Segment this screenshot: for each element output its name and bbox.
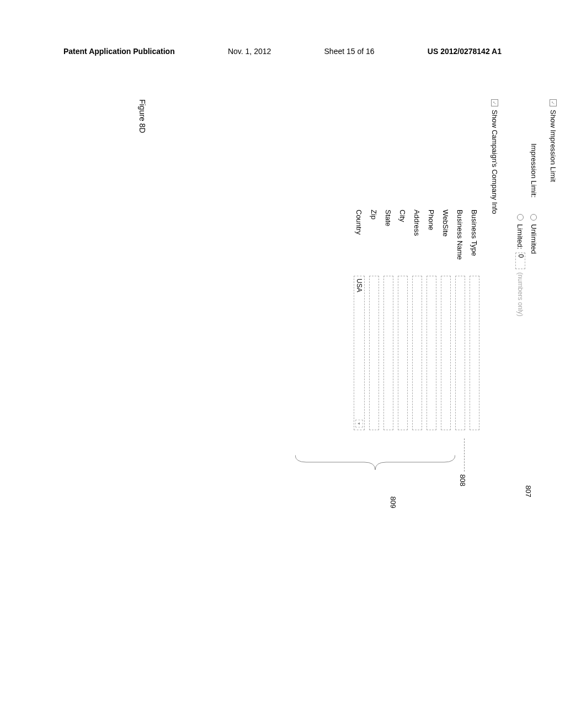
business-type-input[interactable] <box>470 276 479 430</box>
country-selected-value: USA <box>355 279 363 292</box>
figure-content: ✓ Show Impression Limit Impression Limit… <box>6 165 557 585</box>
phone-label: Phone <box>428 210 436 276</box>
show-impression-limit-checkbox[interactable]: ✓ Show Impression Limit <box>549 99 557 651</box>
checkbox-checked-icon: ✓ <box>550 99 557 106</box>
state-label: State <box>385 210 393 276</box>
show-impression-limit-label: Show Impression Limit <box>549 110 557 182</box>
leader-line-808 <box>463 438 465 472</box>
impression-limit-section: Impression Limit: Unlimited Limited: 0 (… <box>515 143 538 651</box>
field-zip: Zip <box>369 210 379 651</box>
field-phone: Phone <box>427 210 436 651</box>
phone-input[interactable] <box>427 276 436 430</box>
impression-limit-label: Impression Limit: <box>530 143 538 197</box>
impression-limit-radio-group: Unlimited Limited: 0 (numbers only) <box>515 214 538 317</box>
field-state: State <box>383 210 393 651</box>
sheet-number: Sheet 15 of 16 <box>324 47 375 56</box>
callout-809: 809 <box>389 496 397 508</box>
publication-type: Patent Application Publication <box>63 47 175 56</box>
country-label: Country <box>355 210 364 276</box>
field-city: City <box>398 210 408 651</box>
field-website: WebSite <box>441 210 451 651</box>
callout-808: 808 <box>459 474 467 486</box>
company-fields-group: Business Type Business Name WebSite Phon… <box>354 210 479 651</box>
field-address: Address <box>412 210 422 651</box>
page-header: Patent Application Publication Nov. 1, 2… <box>0 47 565 56</box>
field-business-type: Business Type <box>470 210 479 651</box>
brace-809 <box>295 452 455 474</box>
business-name-label: Business Name <box>456 210 465 276</box>
show-company-info-checkbox[interactable]: ✓ Show Campaign's Company Info <box>491 99 499 651</box>
callout-807: 807 <box>524 485 532 497</box>
radio-unlimited[interactable]: Unlimited <box>530 214 538 317</box>
radio-limited[interactable]: Limited: 0 (numbers only) <box>515 214 525 317</box>
radio-limited-label: Limited: <box>516 224 525 249</box>
publication-number: US 2012/0278142 A1 <box>428 47 502 56</box>
website-label: WebSite <box>442 210 450 276</box>
address-label: Address <box>413 210 422 276</box>
radio-unlimited-label: Unlimited <box>530 224 538 254</box>
numbers-only-hint: (numbers only) <box>516 272 524 317</box>
zip-input[interactable] <box>369 276 379 430</box>
business-name-input[interactable] <box>455 276 465 430</box>
state-input[interactable] <box>383 276 393 430</box>
city-label: City <box>399 210 407 276</box>
country-select[interactable]: USA ▾ <box>354 276 365 430</box>
radio-icon <box>531 214 537 221</box>
radio-icon <box>517 214 524 221</box>
city-input[interactable] <box>398 276 408 430</box>
address-input[interactable] <box>412 276 422 430</box>
field-country: Country USA ▾ <box>354 210 365 651</box>
publication-date: Nov. 1, 2012 <box>228 47 271 56</box>
checkbox-checked-icon: ✓ <box>491 99 498 106</box>
website-input[interactable] <box>441 276 451 430</box>
limited-value-input[interactable]: 0 <box>515 253 525 269</box>
zip-label: Zip <box>370 210 379 276</box>
figure-label: Figure 8D <box>138 99 147 133</box>
chevron-down-icon: ▾ <box>355 420 363 427</box>
business-type-label: Business Type <box>471 210 479 276</box>
show-company-info-label: Show Campaign's Company Info <box>491 110 499 214</box>
field-business-name: Business Name <box>455 210 465 651</box>
